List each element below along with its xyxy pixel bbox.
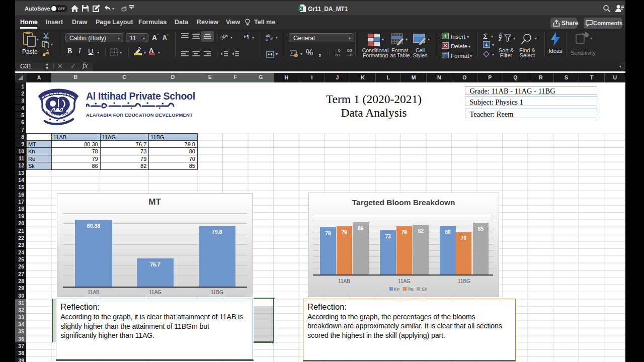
svg-text:¶: ¶ xyxy=(247,34,250,40)
svg-text:X: X xyxy=(299,7,302,11)
svg-text:K: K xyxy=(291,52,293,55)
svg-text:ab: ab xyxy=(220,34,225,39)
svg-text:c: c xyxy=(266,37,268,41)
